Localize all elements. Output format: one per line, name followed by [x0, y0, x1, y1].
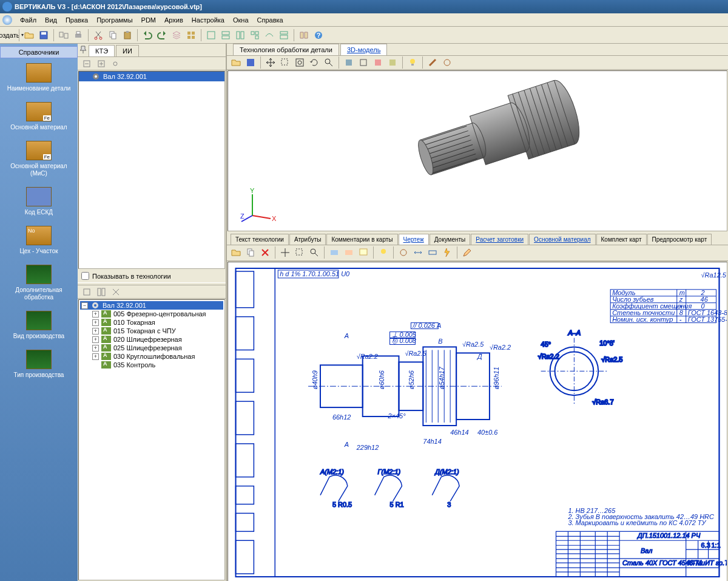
expand-icon[interactable]: − [81, 302, 88, 309]
operation-node[interactable]: +010 Токарная [80, 318, 223, 327]
operation-node[interactable]: +015 Токарная с ЧПУ [80, 327, 223, 335]
shade3-icon[interactable] [371, 56, 385, 69]
help-icon[interactable]: ? [312, 29, 325, 42]
sidebar-item-part-name[interactable]: Наименование детали [0, 63, 78, 92]
cut-icon[interactable] [92, 29, 105, 42]
operation-node[interactable]: +025 Шлицефрезерная [80, 344, 223, 352]
win5-icon[interactable] [263, 29, 276, 42]
process-tree[interactable]: − Вал 32.92.001 +005 Фрезерно-центроваль… [78, 299, 225, 580]
tree-collapse-icon[interactable] [80, 57, 93, 70]
zoom-window-icon[interactable] [278, 56, 292, 69]
tree-root[interactable]: Вал 32.92.001 [79, 72, 224, 81]
sidebar-item-extra[interactable]: Дополнительная обработка [0, 265, 78, 301]
dw-open-icon[interactable] [229, 246, 243, 259]
menu-archive[interactable]: Архив [160, 15, 187, 25]
dw-note-icon[interactable] [357, 246, 370, 259]
menu-programs[interactable]: Программы [92, 15, 136, 25]
tab-ii[interactable]: ИИ [116, 45, 139, 56]
btab-material[interactable]: Основной материал [529, 234, 595, 245]
v3-open-icon[interactable] [229, 56, 243, 69]
dw-pan-icon[interactable] [278, 246, 292, 259]
sidebar-item-prodkind[interactable]: Тип производства [0, 350, 78, 379]
dw-zoom-icon[interactable] [308, 246, 321, 259]
print-icon[interactable] [72, 29, 85, 42]
zoom-icon[interactable] [322, 56, 335, 69]
pan-icon[interactable] [264, 56, 277, 69]
btab-attr[interactable]: Атрибуты [289, 234, 326, 245]
rotate-icon[interactable] [308, 56, 321, 69]
shade4-icon[interactable] [386, 56, 399, 69]
win2-icon[interactable] [219, 29, 232, 42]
grid-icon[interactable] [184, 29, 198, 42]
pin-icon[interactable] [79, 46, 87, 54]
tree-link-icon[interactable] [109, 57, 123, 70]
tool2-icon[interactable] [440, 56, 454, 69]
3d-viewport[interactable]: X Y Z [228, 70, 727, 231]
win1-icon[interactable] [204, 29, 218, 42]
tree-expand-icon[interactable] [95, 57, 108, 70]
dw-dim-icon[interactable] [411, 246, 425, 259]
win6-icon[interactable] [277, 29, 291, 42]
drawing-viewport[interactable]: h d 1% 1.70.1.00.51 U0 √Ra12.5 Модульm2 … [228, 262, 727, 581]
proc-tb3-icon[interactable] [109, 285, 123, 299]
dw-delete-icon[interactable] [258, 246, 272, 259]
win4-icon[interactable] [248, 29, 261, 42]
menu-windows[interactable]: Окна [229, 15, 253, 25]
shade1-icon[interactable] [342, 56, 356, 69]
btab-blank[interactable]: Расчет заготовки [471, 234, 528, 245]
show-in-tech-checkbox[interactable] [81, 272, 89, 280]
process-root[interactable]: − Вал 32.92.001 [80, 301, 223, 310]
undo-icon[interactable] [141, 29, 154, 42]
tab-kte[interactable]: КТЭ [89, 45, 115, 56]
zoom-fit-icon[interactable] [293, 56, 306, 69]
operation-node[interactable]: +005 Фрезерно-центровальная [80, 310, 223, 318]
dw-pencil-icon[interactable] [460, 246, 474, 259]
menu-edit[interactable]: Правка [61, 15, 92, 25]
dw-gear-icon[interactable] [397, 246, 410, 259]
menu-help[interactable]: Справка [253, 15, 288, 25]
menu-file[interactable]: Файл [16, 15, 41, 25]
book-icon[interactable] [297, 29, 311, 42]
operation-node[interactable]: +020 Шлицефрезерная [80, 335, 223, 344]
btab-docs[interactable]: Документы [430, 234, 471, 245]
dw-bulb-icon[interactable] [377, 246, 390, 259]
btab-comments[interactable]: Комментарии в карты [326, 234, 397, 245]
v3-save-icon[interactable] [244, 56, 257, 69]
paste-icon[interactable] [121, 29, 134, 42]
menu-settings[interactable]: Настройка [187, 15, 229, 25]
dw-layer2-icon[interactable] [342, 246, 356, 259]
sidebar-item-material[interactable]: Основной материал [0, 102, 78, 131]
btab-drawing[interactable]: Чертеж [399, 234, 429, 245]
operation-node[interactable]: 035 Контроль [80, 361, 223, 369]
tab-tech[interactable]: Технология обработки детали [233, 44, 339, 55]
menu-view[interactable]: Вид [41, 15, 61, 25]
open-icon[interactable] [22, 29, 36, 42]
btab-text[interactable]: Текст технологии [231, 234, 289, 245]
expand-icon[interactable]: + [92, 336, 99, 343]
proc-tb2-icon[interactable] [95, 285, 108, 299]
expand-icon[interactable]: + [92, 353, 99, 360]
sidebar-item-eskd[interactable]: Код ЕСКД [0, 187, 78, 216]
menu-pdm[interactable]: PDM [137, 15, 160, 25]
shade2-icon[interactable] [357, 56, 370, 69]
expand-icon[interactable]: + [92, 345, 99, 352]
dw-zoomwin-icon[interactable] [293, 246, 306, 259]
save-icon[interactable] [37, 29, 50, 42]
expand-icon[interactable]: + [92, 319, 99, 326]
copy-icon[interactable] [106, 29, 120, 42]
kte-tree[interactable]: Вал 32.92.001 [78, 71, 225, 269]
tool1-icon[interactable] [426, 56, 439, 69]
sidebar-item-prodtype[interactable]: Вид производства [0, 311, 78, 340]
win3-icon[interactable] [234, 29, 247, 42]
bulb-icon[interactable] [406, 56, 419, 69]
expand-icon[interactable]: + [92, 328, 99, 335]
sidebar-item-workshop[interactable]: Цех - Участок [0, 226, 78, 255]
dw-layer1-icon[interactable] [328, 246, 341, 259]
tab-3d[interactable]: 3D-модель [340, 44, 387, 55]
redo-icon[interactable] [155, 29, 169, 42]
proc-tb1-icon[interactable] [80, 285, 93, 299]
compare-icon[interactable] [57, 29, 70, 42]
dw-flash-icon[interactable] [440, 246, 454, 259]
operation-node[interactable]: +030 Круглошлифовальная [80, 352, 223, 361]
btab-preview[interactable]: Предпросмотр карт [647, 234, 712, 245]
